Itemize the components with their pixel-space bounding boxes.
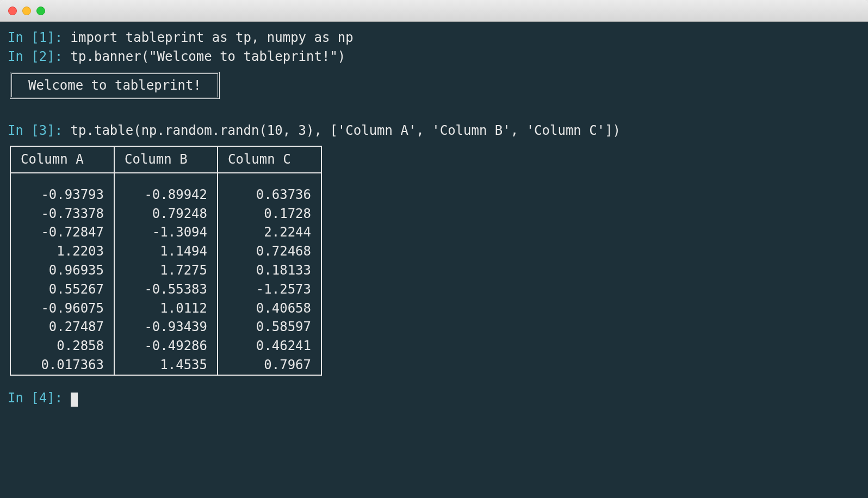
table-cell: -1.2573 (218, 280, 321, 299)
table-row: 0.2858-0.492860.46241 (11, 337, 321, 356)
code-line-1: import tableprint as tp, numpy as np (71, 30, 354, 45)
table-row: 0.0173631.45350.7967 (11, 356, 321, 375)
maximize-icon[interactable] (36, 7, 45, 15)
column-header: Column C (218, 147, 321, 173)
table-cell: -0.89942 (114, 173, 218, 204)
column-header: Column B (114, 147, 218, 173)
table-row: -0.733780.792480.1728 (11, 204, 321, 223)
table-cell: -1.3094 (114, 223, 218, 242)
code-line-2: tp.banner("Welcome to tableprint!") (71, 49, 346, 64)
table-cell: -0.96075 (11, 299, 114, 318)
table-cell: 0.55267 (11, 280, 114, 299)
table-row: -0.93793-0.899420.63736 (11, 173, 321, 204)
table-cell: 0.017363 (11, 356, 114, 375)
table-cell: 0.1728 (218, 204, 321, 223)
table-output: Column AColumn BColumn C-0.93793-0.89942… (10, 146, 322, 376)
cursor (71, 393, 78, 407)
table-cell: 1.1494 (114, 242, 218, 261)
table-cell: 0.18133 (218, 261, 321, 280)
prompt-in-4: In [4]: (8, 390, 71, 406)
terminal-body[interactable]: In [1]: import tableprint as tp, numpy a… (0, 22, 868, 498)
banner-text: Welcome to tableprint! (28, 78, 201, 93)
table-cell: 0.7967 (218, 356, 321, 375)
minimize-icon[interactable] (22, 7, 31, 15)
table-row: 0.27487-0.934390.58597 (11, 318, 321, 337)
table-cell: 0.58597 (218, 318, 321, 337)
table-row: 0.55267-0.55383-1.2573 (11, 280, 321, 299)
table-cell: 1.0112 (114, 299, 218, 318)
banner-output: Welcome to tableprint! (10, 72, 860, 99)
table-cell: 1.7275 (114, 261, 218, 280)
table-cell: -0.93793 (11, 173, 114, 204)
table-cell: -0.55383 (114, 280, 218, 299)
window-titlebar (0, 0, 868, 22)
table-cell: 0.46241 (218, 337, 321, 356)
table-cell: -0.93439 (114, 318, 218, 337)
banner-box: Welcome to tableprint! (10, 72, 220, 99)
table-cell: 1.4535 (114, 356, 218, 375)
terminal-window: In [1]: import tableprint as tp, numpy a… (0, 0, 868, 498)
table-cell: 0.40658 (218, 299, 321, 318)
data-table: Column AColumn BColumn C-0.93793-0.89942… (11, 147, 321, 375)
table-cell: 0.96935 (11, 261, 114, 280)
table-row: 1.22031.14940.72468 (11, 242, 321, 261)
table-row: 0.969351.72750.18133 (11, 261, 321, 280)
table-cell: 1.2203 (11, 242, 114, 261)
prompt-in-2: In [2]: (8, 49, 71, 64)
table-cell: 0.79248 (114, 204, 218, 223)
table-cell: 2.2244 (218, 223, 321, 242)
table-cell: -0.72847 (11, 223, 114, 242)
table-cell: 0.27487 (11, 318, 114, 337)
table-row: -0.960751.01120.40658 (11, 299, 321, 318)
table-cell: -0.49286 (114, 337, 218, 356)
window-controls (8, 7, 45, 15)
table-header-row: Column AColumn BColumn C (11, 147, 321, 173)
table-cell: 0.63736 (218, 173, 321, 204)
column-header: Column A (11, 147, 114, 173)
close-icon[interactable] (8, 7, 17, 15)
code-line-3: tp.table(np.random.randn(10, 3), ['Colum… (71, 123, 621, 138)
table-row: -0.72847-1.30942.2244 (11, 223, 321, 242)
table-cell: -0.73378 (11, 204, 114, 223)
table-cell: 0.2858 (11, 337, 114, 356)
table-cell: 0.72468 (218, 242, 321, 261)
prompt-in-1: In [1]: (8, 30, 71, 45)
prompt-in-3: In [3]: (8, 123, 71, 138)
